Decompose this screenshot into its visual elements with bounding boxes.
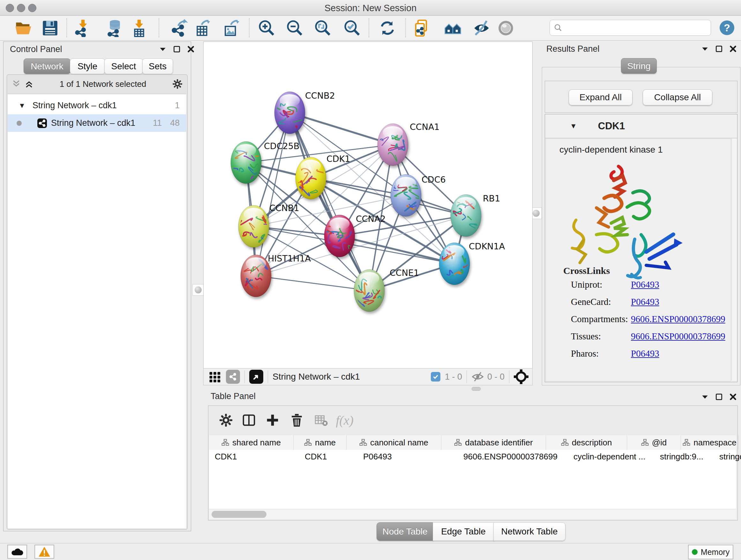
cell-description[interactable]: cyclin-dependent ... (568, 450, 654, 463)
warnings-button[interactable] (35, 545, 54, 559)
expand-all-icon[interactable] (24, 79, 34, 89)
gene-section-header[interactable]: ▼ CDK1 (545, 114, 737, 138)
zoom-in-icon[interactable] (256, 18, 276, 38)
cell-namespace[interactable]: stringdb (714, 450, 741, 463)
panel-menu-icon[interactable] (701, 393, 709, 401)
import-table-icon[interactable] (129, 18, 149, 38)
delete-column-icon[interactable] (287, 410, 307, 430)
clone-network-icon[interactable] (412, 18, 432, 38)
crosslink-row: GeneCard:P06493 (571, 297, 737, 314)
crosslink-link[interactable]: 9606.ENSP00000378699 (631, 314, 725, 324)
search-box[interactable] (549, 20, 711, 36)
tab-network-table[interactable]: Network Table (493, 522, 565, 541)
zoom-fit-icon[interactable] (312, 18, 333, 38)
column-header-namespace[interactable]: namespace (681, 435, 738, 450)
column-header-database-identifier[interactable]: database identifier (441, 435, 546, 450)
selection-status: 1 of 1 Network selected (34, 79, 172, 89)
network-node-CCNA1[interactable] (374, 124, 408, 166)
search-input[interactable] (562, 23, 701, 33)
cloud-button[interactable] (7, 545, 27, 559)
network-canvas[interactable]: CCNB2CCNA1CDC25BCDK1CDC6RB1CCNB1CCNA2CDK… (203, 42, 533, 368)
crosslink-link[interactable]: P06493 (631, 297, 659, 307)
control-panel-title: Control Panel (10, 44, 62, 54)
column-header-shared-name[interactable]: shared name (209, 435, 293, 450)
network-node-CDKN1A[interactable] (439, 243, 474, 285)
export-network-icon[interactable] (169, 18, 190, 38)
hide-images-icon[interactable] (471, 18, 492, 38)
left-splitter-handle[interactable] (192, 284, 204, 296)
export-image-icon[interactable] (222, 18, 242, 38)
bottom-splitter-handle[interactable] (472, 387, 481, 391)
zoom-selected-icon[interactable] (341, 18, 362, 38)
refresh-layout-icon[interactable] (377, 18, 398, 38)
results-scrollbar[interactable] (731, 138, 737, 381)
panel-float-icon[interactable] (715, 45, 723, 53)
tab-network[interactable]: Network (23, 58, 71, 74)
cell-database-identifier[interactable]: 9606.ENSP00000378699 (458, 450, 568, 463)
tab-style[interactable]: Style (70, 58, 105, 74)
add-column-icon[interactable] (263, 410, 282, 430)
node-label-CCNE1: CCNE1 (390, 268, 419, 278)
cell-name[interactable]: CDK1 (299, 450, 357, 463)
panel-close-icon[interactable] (729, 45, 737, 53)
cell--id[interactable]: stringdb:9... (654, 450, 714, 463)
cell-canonical-name[interactable]: P06493 (357, 450, 458, 463)
show-columns-icon[interactable] (239, 410, 259, 430)
network-node-CCNA2[interactable] (322, 215, 355, 257)
panel-close-icon[interactable] (729, 393, 737, 401)
table-gear-icon[interactable] (216, 410, 236, 430)
tab-edge-table[interactable]: Edge Table (433, 522, 494, 541)
panel-close-icon[interactable] (187, 45, 195, 53)
tab-sets[interactable]: Sets (142, 58, 173, 74)
tab-select[interactable]: Select (105, 58, 143, 74)
gear-icon[interactable] (172, 78, 183, 89)
zoom-out-icon[interactable] (284, 18, 305, 38)
pan-crosshair-icon[interactable] (514, 369, 529, 384)
table-horizontal-scrollbar[interactable] (209, 509, 736, 519)
import-network-icon[interactable] (73, 18, 93, 38)
tab-node-table[interactable]: Node Table (377, 522, 433, 541)
column-header-description[interactable]: description (546, 435, 627, 450)
import-database-icon[interactable] (105, 18, 125, 38)
tab-string[interactable]: String (621, 58, 657, 74)
column-header--id[interactable]: @id (627, 435, 681, 450)
string-network-graph[interactable]: CCNB2CCNA1CDC25BCDK1CDC6RB1CCNB1CCNA2CDK… (204, 42, 532, 368)
houses-icon[interactable] (443, 18, 463, 38)
memory-button[interactable]: Memory (688, 545, 733, 559)
crosslink-link[interactable]: 9606.ENSP00000378699 (631, 331, 725, 341)
node-count: 11 (153, 118, 162, 128)
birds-eye-view-icon[interactable] (249, 370, 263, 384)
network-node-CDC25B[interactable] (227, 141, 263, 184)
scrollbar-thumb[interactable] (212, 511, 266, 518)
collapse-all-button[interactable]: Collapse All (643, 89, 712, 105)
network-view-icon[interactable] (226, 370, 240, 384)
network-node-HIST1H1A[interactable] (241, 255, 271, 297)
selected-checkbox-icon[interactable] (431, 372, 441, 381)
network-node-RB1[interactable] (451, 194, 481, 237)
export-table-icon[interactable] (194, 18, 214, 38)
network-node-CDC6[interactable] (387, 174, 421, 216)
cell-shared-name[interactable]: CDK1 (209, 450, 299, 463)
panel-menu-icon[interactable] (701, 45, 709, 53)
expand-all-button[interactable]: Expand All (569, 89, 632, 105)
crosslink-link[interactable]: P06493 (631, 279, 659, 290)
save-session-icon[interactable] (40, 18, 60, 38)
glass-ball-icon[interactable] (495, 18, 516, 38)
table-panel: f(x) shared namenamecanonical namedataba… (208, 406, 738, 520)
table-row[interactable]: CDK1CDK1P064939606.ENSP00000378699cyclin… (209, 450, 736, 463)
section-expander-icon[interactable]: ▼ (570, 122, 577, 130)
network-node-CDK1[interactable] (293, 157, 327, 199)
open-file-icon[interactable] (13, 18, 33, 38)
network-collection-row[interactable]: ▼ String Network – cdk1 1 (8, 97, 186, 114)
column-header-canonical-name[interactable]: canonical name (347, 435, 441, 450)
panel-float-icon[interactable] (173, 45, 181, 53)
panel-menu-icon[interactable] (158, 45, 167, 53)
help-icon[interactable]: ? (720, 20, 734, 35)
panel-float-icon[interactable] (715, 393, 723, 401)
tree-expander-icon[interactable]: ▼ (18, 102, 25, 110)
column-header-name[interactable]: name (293, 435, 347, 450)
crosslink-link[interactable]: P06493 (631, 348, 659, 359)
grid-view-icon[interactable] (209, 370, 221, 383)
collapse-all-icon[interactable] (11, 79, 21, 89)
network-row[interactable]: String Network – cdk1 11 48 (8, 114, 186, 132)
